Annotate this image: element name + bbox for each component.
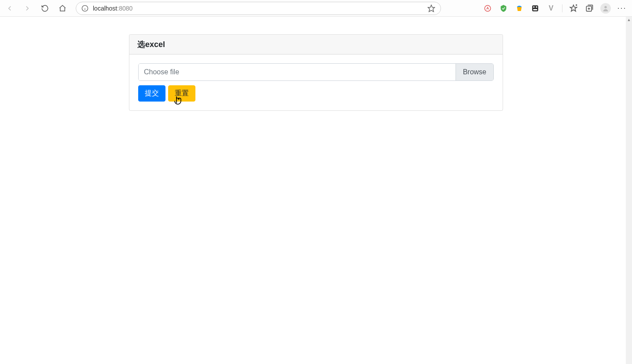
submit-button[interactable]: 提交 — [138, 85, 165, 102]
separator — [562, 4, 562, 12]
profile-icon — [602, 5, 609, 12]
home-button[interactable] — [56, 2, 69, 15]
profile-button[interactable] — [600, 3, 611, 14]
forward-icon — [23, 4, 31, 12]
page-content: 选excel Choose file Browse 提交 重置 — [0, 17, 632, 128]
svg-point-17 — [604, 6, 606, 8]
scroll-up-arrow[interactable]: ▲ — [626, 17, 632, 23]
address-bar[interactable]: localhost:8080 — [76, 2, 441, 15]
matrix-extension-icon[interactable] — [530, 4, 540, 13]
upload-card: 选excel Choose file Browse 提交 重置 — [129, 34, 503, 111]
reload-button[interactable] — [39, 2, 51, 15]
viewport: ▲ 选excel Choose file Browse 提交 重置 — [0, 17, 632, 364]
file-input[interactable]: Choose file Browse — [138, 63, 494, 81]
back-button[interactable] — [4, 2, 16, 15]
navigation-controls — [4, 2, 69, 15]
svg-rect-5 — [532, 5, 538, 11]
bucket-extension-icon[interactable] — [514, 4, 524, 13]
back-icon — [6, 4, 14, 12]
svg-rect-8 — [533, 9, 537, 10]
collections-button[interactable] — [584, 4, 594, 13]
more-button[interactable]: ··· — [617, 4, 627, 13]
url-host: localhost — [93, 5, 117, 12]
site-info-icon[interactable] — [81, 5, 88, 12]
card-title: 选excel — [129, 35, 503, 55]
file-input-placeholder: Choose file — [139, 64, 456, 80]
url-port: :8080 — [117, 5, 132, 12]
svg-point-4 — [485, 5, 491, 11]
svg-marker-9 — [570, 5, 577, 11]
vue-extension-icon[interactable]: V — [546, 4, 556, 13]
browser-toolbar: localhost:8080 V ··· — [0, 0, 632, 17]
compass-extension-icon[interactable] — [483, 4, 492, 13]
browser-actions: V ··· — [483, 3, 628, 14]
home-icon — [59, 4, 66, 12]
svg-rect-6 — [533, 6, 535, 7]
card-body: Choose file Browse 提交 重置 — [129, 55, 503, 110]
favorites-button[interactable] — [569, 4, 578, 13]
forward-button[interactable] — [21, 2, 33, 15]
reload-icon — [41, 4, 49, 12]
reset-button[interactable]: 重置 — [168, 85, 195, 102]
url-text: localhost:8080 — [93, 5, 423, 12]
svg-marker-3 — [428, 5, 435, 11]
shield-extension-icon[interactable] — [499, 4, 508, 13]
browse-button[interactable]: Browse — [456, 64, 493, 80]
scrollbar[interactable]: ▲ — [626, 17, 632, 364]
svg-rect-7 — [536, 6, 537, 7]
favorite-button[interactable] — [427, 4, 435, 12]
